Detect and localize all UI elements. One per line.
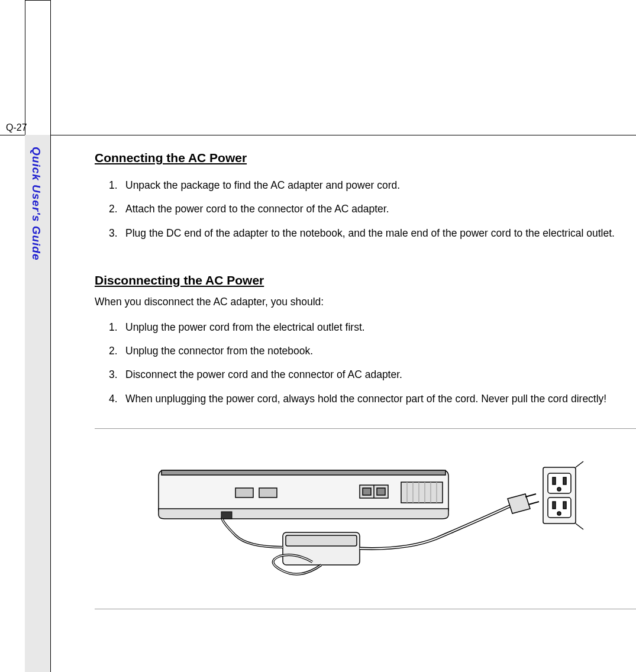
list-item: Unplug the power cord from the electrica… xyxy=(109,315,636,339)
svg-line-28 xyxy=(576,461,583,467)
svg-rect-3 xyxy=(363,488,371,495)
svg-line-18 xyxy=(528,502,539,505)
svg-point-23 xyxy=(557,487,561,491)
section-heading-disconnecting: Disconnecting the AC Power xyxy=(95,273,636,287)
list-item: Unpack the package to find the AC adapte… xyxy=(109,173,636,197)
svg-rect-15 xyxy=(286,535,357,546)
connecting-steps-list: Unpack the package to find the AC adapte… xyxy=(95,173,636,245)
list-item: Attach the power cord to the connector o… xyxy=(109,197,636,221)
svg-rect-25 xyxy=(553,502,556,509)
disconnecting-steps-list: Unplug the power cord from the electrica… xyxy=(95,315,636,411)
svg-rect-5 xyxy=(235,488,253,497)
list-item: When unplugging the power cord, always h… xyxy=(109,387,636,411)
adapter-illustration xyxy=(95,453,636,585)
svg-line-29 xyxy=(576,524,583,529)
section-heading-connecting: Connecting the AC Power xyxy=(95,151,636,165)
svg-rect-6 xyxy=(259,488,277,497)
svg-rect-4 xyxy=(377,488,385,495)
disconnect-intro: When you disconnect the AC adapter, you … xyxy=(95,296,636,308)
list-item: Unplug the connector from the notebook. xyxy=(109,339,636,363)
svg-rect-22 xyxy=(563,477,566,484)
sidebar-label: Quick User's Guide xyxy=(30,147,43,261)
svg-point-27 xyxy=(557,512,561,515)
list-item: Disconnect the power cord and the connec… xyxy=(109,363,636,386)
page-number: Q-27 xyxy=(6,122,27,133)
list-item: Plug the DC end of the adapter to the no… xyxy=(109,221,636,245)
tab-notch-top xyxy=(25,0,50,1)
main-content: Connecting the AC Power Unpack the packa… xyxy=(95,151,636,609)
divider-top xyxy=(95,428,636,429)
header-divider xyxy=(0,135,636,135)
svg-rect-21 xyxy=(553,477,556,484)
svg-line-17 xyxy=(525,494,536,497)
svg-rect-26 xyxy=(563,502,566,509)
tab-notch-line xyxy=(50,0,51,135)
svg-rect-16 xyxy=(221,512,232,519)
divider-bottom xyxy=(95,609,636,609)
svg-rect-0 xyxy=(162,470,445,475)
ac-adapter-diagram-icon xyxy=(147,453,585,583)
